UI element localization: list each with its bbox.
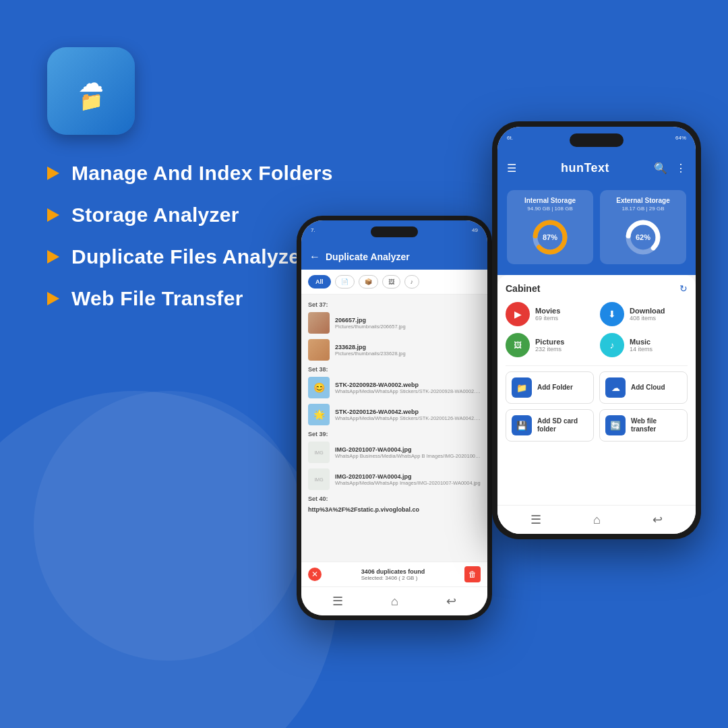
refresh-icon[interactable]: ↻ <box>679 283 688 294</box>
phone-secondary-screen: 7. 49 ← Duplicate Analyzer All 📄 📦 <box>301 220 487 615</box>
external-donut-label: 62% <box>636 233 650 241</box>
dup-info-url: http%3A%2F%2Fstatic.p.vivoglobal.co <box>308 506 481 513</box>
web-transfer-label: Web file transfer <box>631 417 681 433</box>
dup-item-206657: 206657.jpg Pictures/thumbnails/206657.jp… <box>301 309 487 336</box>
filter-all-btn[interactable]: All <box>308 275 331 289</box>
dup-header: ← Duplicate Analyzer <box>301 235 487 270</box>
set-label-38: Set 38: <box>301 363 487 374</box>
phone-main: 6t. 64% ☰ hunText 🔍 ⋮ Internal Storage 9… <box>492 121 701 539</box>
hamburger-icon[interactable]: ☰ <box>507 162 516 175</box>
set-label-39: Set 39: <box>301 428 487 439</box>
nav-home-icon[interactable]: ⌂ <box>391 595 398 609</box>
dup-path-stk2: WhatsApp/Media/WhatsApp Stickers/STK-202… <box>335 415 481 421</box>
dup-info-233628: 233628.jpg Pictures/thumbnails/233628.jp… <box>335 344 481 357</box>
filter-archive-btn[interactable]: 📦 <box>359 275 378 289</box>
add-folder-icon: 📁 <box>512 377 532 398</box>
internal-storage-card: Internal Storage 94.90 GB | 108 GB 87% <box>507 190 593 264</box>
dup-thumb-233628 <box>308 339 330 361</box>
search-icon[interactable]: 🔍 <box>654 162 667 175</box>
images-icon: 🖼 <box>388 278 394 285</box>
add-cloud-btn[interactable]: ☁ Add Cloud <box>599 371 688 404</box>
main-nav-menu-icon[interactable]: ☰ <box>530 512 541 527</box>
add-folder-btn[interactable]: 📁 Add Folder <box>506 371 594 404</box>
feature-text-4: Web File Transfer <box>71 287 243 310</box>
cabinet-download-count: 408 items <box>630 315 665 322</box>
dup-thumb-img2: IMG <box>308 468 330 490</box>
phones-container: 7. 49 ← Duplicate Analyzer All 📄 📦 <box>256 0 728 728</box>
music-icon: ♪ <box>600 333 624 357</box>
dup-item-url: http%3A%2F%2Fstatic.p.vivoglobal.co <box>301 504 487 516</box>
main-app-header: ☰ hunText 🔍 ⋮ <box>497 142 696 185</box>
dup-info-206657: 206657.jpg Pictures/thumbnails/206657.jp… <box>335 317 481 330</box>
internal-storage-size: 94.90 GB | 108 GB <box>527 206 572 212</box>
cabinet-item-movies[interactable]: ▶ Movies 69 items <box>506 302 593 326</box>
dup-path-stk1: WhatsApp/Media/WhatsApp Stickers/STK-202… <box>335 388 481 394</box>
phone-notch-secondary <box>371 226 418 237</box>
folder-icon: 📁 <box>80 90 103 113</box>
dup-item-stk2: 🌟 STK-20200126-WA0042.webp WhatsApp/Medi… <box>301 401 487 428</box>
dup-list: Set 37: 206657.jpg Pictures/thumbnails/2… <box>301 295 487 562</box>
add-sd-btn[interactable]: 💾 Add SD card folder <box>506 409 594 442</box>
dup-path-img1: WhatsApp Business/Media/WhatsApp B Image… <box>335 453 481 459</box>
cabinet-item-pictures[interactable]: 🖼 Pictures 232 items <box>506 333 593 357</box>
action-grid: 📁 Add Folder ☁ Add Cloud 💾 Add SD card f… <box>506 371 688 442</box>
add-cloud-icon: ☁ <box>605 377 626 398</box>
filter-images-btn[interactable]: 🖼 <box>382 275 400 289</box>
secondary-status-icons: 49 <box>472 227 478 233</box>
set-label-40: Set 40: <box>301 493 487 504</box>
dup-selected-text: Selected: 3406 ( 2 GB ) <box>361 575 425 581</box>
app-name: hunText <box>561 161 609 175</box>
external-storage-label: External Storage <box>616 197 669 204</box>
internal-donut-label: 87% <box>543 233 557 241</box>
dup-filename-206657: 206657.jpg <box>335 317 481 324</box>
main-nav-back-icon[interactable]: ↩ <box>653 512 663 527</box>
cabinet-music-info: Music 14 items <box>630 338 653 353</box>
filter-docs-btn[interactable]: 📄 <box>335 275 355 289</box>
main-bottom-nav: ☰ ⌂ ↩ <box>497 505 696 534</box>
dup-item-img1: IMG IMG-20201007-WA0004.jpg WhatsApp Bus… <box>301 439 487 466</box>
close-btn[interactable]: ✕ <box>308 568 322 581</box>
nav-back-icon[interactable]: ↩ <box>446 594 456 609</box>
cabinet-movies-name: Movies <box>535 307 560 315</box>
phone-notch-main <box>570 133 624 147</box>
dup-thumb-stk1: 😊 <box>308 377 330 398</box>
dup-path-206657: Pictures/thumbnails/206657.jpg <box>335 324 481 330</box>
dup-thumb-img1: IMG <box>308 442 330 463</box>
dup-path-img2: WhatsApp/Media/WhatsApp Images/IMG-20201… <box>335 480 481 486</box>
dup-item-233628: 233628.jpg Pictures/thumbnails/233628.jp… <box>301 336 487 363</box>
download-icon: ⬇ <box>600 302 624 326</box>
bullet-icon-2 <box>47 208 59 222</box>
cabinet-item-download[interactable]: ⬇ Download 408 items <box>600 302 688 326</box>
main-signal: 6t. <box>507 135 513 141</box>
bullet-icon-4 <box>47 292 59 305</box>
delete-btn[interactable]: 🗑 <box>464 566 481 582</box>
add-sd-label: Add SD card folder <box>537 417 588 433</box>
cabinet-download-name: Download <box>630 307 665 315</box>
archive-icon: 📦 <box>365 278 372 285</box>
nav-menu-icon[interactable]: ☰ <box>332 594 343 609</box>
dup-thumb-206657 <box>308 312 330 334</box>
cabinet-music-name: Music <box>630 338 653 346</box>
cabinet-item-music[interactable]: ♪ Music 14 items <box>600 333 688 357</box>
main-status-icons: 64% <box>675 135 686 141</box>
bullet-icon-3 <box>47 250 59 264</box>
cabinet-download-info: Download 408 items <box>630 307 665 322</box>
main-battery: 64% <box>675 135 686 141</box>
filter-music-btn[interactable]: ♪ <box>404 275 420 289</box>
bullet-icon-1 <box>47 166 59 180</box>
dup-info-img2: IMG-20201007-WA0004.jpg WhatsApp/Media/W… <box>335 473 481 486</box>
dup-status-bar: ✕ 3406 duplicates found Selected: 3406 (… <box>301 562 487 586</box>
dup-title: Duplicate Analyzer <box>326 251 410 262</box>
secondary-bottom-nav: ☰ ⌂ ↩ <box>301 586 487 615</box>
add-sd-icon: 💾 <box>512 415 532 435</box>
main-nav-home-icon[interactable]: ⌂ <box>593 513 601 527</box>
dup-path-233628: Pictures/thumbnails/233628.jpg <box>335 351 481 357</box>
web-transfer-btn[interactable]: 🔄 Web file transfer <box>599 409 688 442</box>
phone-secondary: 7. 49 ← Duplicate Analyzer All 📄 📦 <box>297 216 492 620</box>
back-icon[interactable]: ← <box>309 251 320 263</box>
more-icon[interactable]: ⋮ <box>675 162 686 175</box>
dup-info-stk2: STK-20200126-WA0042.webp WhatsApp/Media/… <box>335 408 481 421</box>
dup-filename-url: http%3A%2F%2Fstatic.p.vivoglobal.co <box>308 506 481 513</box>
dup-info-stk1: STK-20200928-WA0002.webp WhatsApp/Media/… <box>335 382 481 394</box>
dup-status-text-container: 3406 duplicates found Selected: 3406 ( 2… <box>361 568 425 581</box>
